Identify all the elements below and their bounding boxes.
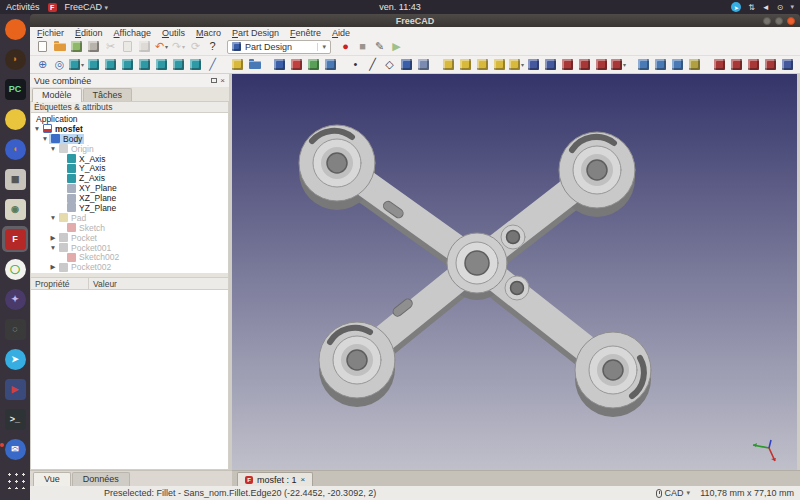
- dock-item-app-grid[interactable]: [0, 464, 30, 494]
- tree-item-sketch[interactable]: Sketch: [31, 223, 228, 233]
- tree-item-sketch002[interactable]: Sketch002: [31, 252, 228, 262]
- undo-button[interactable]: ↶▾: [154, 39, 169, 55]
- create-line-button[interactable]: ╱: [365, 57, 380, 73]
- create-group-button[interactable]: [247, 57, 262, 73]
- dock-item-mail[interactable]: ✉: [0, 434, 30, 464]
- measure-distance-button[interactable]: ╱: [205, 57, 220, 73]
- tree-expander[interactable]: ▼: [41, 135, 49, 142]
- paste-button[interactable]: [137, 39, 152, 55]
- tree-expander[interactable]: ▼: [49, 214, 57, 221]
- menu-fenetre[interactable]: Fenêtre: [290, 28, 321, 38]
- view-right-button[interactable]: [137, 57, 152, 73]
- groove-button[interactable]: [560, 57, 575, 73]
- menu-aide[interactable]: Aide: [332, 28, 350, 38]
- tree-item-x-axis[interactable]: X_Axis: [31, 154, 228, 164]
- polar-pattern-button[interactable]: [670, 57, 685, 73]
- whats-this-button[interactable]: ?: [205, 39, 220, 55]
- redo-button[interactable]: ↷▾: [171, 39, 186, 55]
- close-tab-icon[interactable]: ×: [301, 475, 306, 484]
- tab-donnees[interactable]: Données: [72, 472, 130, 486]
- linear-pattern-button[interactable]: [653, 57, 668, 73]
- dock-item-green-ring-app[interactable]: ◯: [0, 254, 30, 284]
- subtractive-loft-button[interactable]: [577, 57, 592, 73]
- title-bar[interactable]: FreeCAD: [30, 14, 800, 27]
- menu-affichage[interactable]: Affichage: [114, 28, 151, 38]
- macro-execute-button[interactable]: ▶: [389, 39, 404, 55]
- new-document-button[interactable]: [35, 39, 50, 55]
- macro-stop-button[interactable]: ■: [355, 39, 370, 55]
- tree-item-xy-plane[interactable]: XY_Plane: [31, 183, 228, 193]
- workbench-selector[interactable]: Part Design ▾: [227, 40, 331, 54]
- tree-item-z-axis[interactable]: Z_Axis: [31, 173, 228, 183]
- tree-expander[interactable]: ▼: [33, 125, 41, 132]
- dock-item-telegram[interactable]: ➤: [0, 344, 30, 374]
- tree-item-application[interactable]: Application: [31, 114, 228, 124]
- menu-part-design[interactable]: Part Design: [232, 28, 279, 38]
- document-tab[interactable]: F mosfet : 1 ×: [237, 472, 313, 486]
- tree-item-pocket[interactable]: ▶Pocket: [31, 233, 228, 243]
- activities-button[interactable]: Activités: [6, 2, 40, 12]
- subtractive-pipe-button[interactable]: [594, 57, 609, 73]
- dock-item-freecad[interactable]: F: [0, 224, 30, 254]
- tab-modele[interactable]: Modèle: [32, 88, 82, 102]
- additive-primitive-button[interactable]: ▾: [509, 57, 524, 73]
- dock-item-audacious[interactable]: ◖: [0, 134, 30, 164]
- view-top-button[interactable]: [120, 57, 135, 73]
- mirrored-button[interactable]: [636, 57, 651, 73]
- tree-item-xz-plane[interactable]: XZ_Plane: [31, 193, 228, 203]
- edit-sketch-button[interactable]: [306, 57, 321, 73]
- subtractive-primitive-button[interactable]: ▾: [611, 57, 626, 73]
- tree-item-origin[interactable]: ▼Origin: [31, 144, 228, 154]
- tree-item-y-axis[interactable]: Y_Axis: [31, 163, 228, 173]
- save-button[interactable]: [69, 39, 84, 55]
- 3d-viewport[interactable]: [232, 74, 797, 470]
- chamfer-button[interactable]: [729, 57, 744, 73]
- view-left-button[interactable]: [188, 57, 203, 73]
- macro-record-button[interactable]: ●: [338, 39, 353, 55]
- view-rear-button[interactable]: [154, 57, 169, 73]
- float-panel-icon[interactable]: [211, 78, 217, 83]
- property-column-header[interactable]: Propriété: [31, 278, 89, 289]
- menu-edition[interactable]: Édition: [75, 28, 103, 38]
- menu-fichier[interactable]: Fichier: [37, 28, 64, 38]
- fillet-button[interactable]: [712, 57, 727, 73]
- map-sketch-button[interactable]: [323, 57, 338, 73]
- thickness-button[interactable]: [763, 57, 778, 73]
- view-bottom-button[interactable]: [171, 57, 186, 73]
- hole-button[interactable]: [543, 57, 558, 73]
- refresh-button[interactable]: ⟳: [188, 39, 203, 55]
- create-sketch-button[interactable]: [289, 57, 304, 73]
- copy-button[interactable]: [120, 39, 135, 55]
- print-button[interactable]: [86, 39, 101, 55]
- tree-column-header[interactable]: Étiquettes & attributs: [30, 102, 229, 113]
- additive-pipe-button[interactable]: [492, 57, 507, 73]
- telegram-icon[interactable]: ➤: [731, 2, 741, 12]
- macro-edit-button[interactable]: ✎: [372, 39, 387, 55]
- tree-item-pocket002[interactable]: ▶Pocket002: [31, 262, 228, 272]
- tree-item-body[interactable]: ▼Body: [31, 134, 228, 144]
- additive-loft-button[interactable]: [475, 57, 490, 73]
- dock-item-planetarium[interactable]: ◗: [0, 44, 30, 74]
- draft-button[interactable]: [746, 57, 761, 73]
- dock-item-stellarium[interactable]: ✦: [0, 284, 30, 314]
- tree-item-pocket001[interactable]: ▼Pocket001: [31, 243, 228, 253]
- tree-item-yz-plane[interactable]: YZ_Plane: [31, 203, 228, 213]
- dock-item-video-editor[interactable]: ▶: [0, 374, 30, 404]
- fit-all-button[interactable]: ⊕: [35, 57, 50, 73]
- volume-icon[interactable]: ◄: [762, 3, 770, 12]
- view-home-button[interactable]: [86, 57, 101, 73]
- value-column-header[interactable]: Valeur: [89, 279, 117, 289]
- create-polygon-button[interactable]: ◇: [382, 57, 397, 73]
- revolution-button[interactable]: [458, 57, 473, 73]
- dock-item-terminal[interactable]: >_: [0, 404, 30, 434]
- view-front-button[interactable]: [103, 57, 118, 73]
- navigation-style-selector[interactable]: CAD ▾: [656, 488, 691, 498]
- pad-button[interactable]: [441, 57, 456, 73]
- cut-button[interactable]: ✂: [103, 39, 118, 55]
- multitransform-button[interactable]: [687, 57, 702, 73]
- power-icon[interactable]: ⊙: [777, 3, 784, 12]
- create-point-button[interactable]: •: [348, 57, 363, 73]
- maximize-button[interactable]: [775, 17, 783, 25]
- dock-item-pycharm[interactable]: PC: [0, 74, 30, 104]
- close-panel-icon[interactable]: ×: [220, 77, 225, 85]
